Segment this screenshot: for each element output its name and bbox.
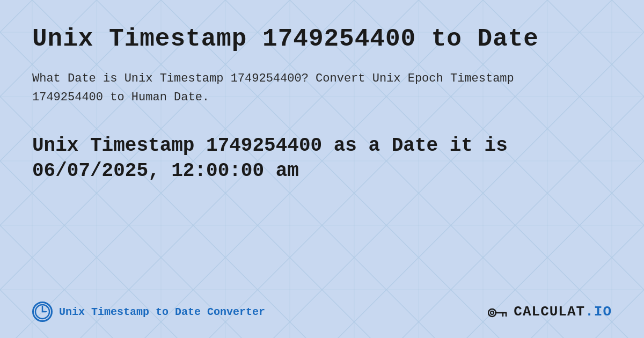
clock-icon	[32, 302, 53, 322]
result-line1: Unix Timestamp 1749254400 as a Date it i…	[32, 135, 508, 157]
svg-point-13	[491, 311, 494, 314]
page-description: What Date is Unix Timestamp 1749254400? …	[32, 69, 515, 107]
logo: CALCULAT.IO	[488, 303, 612, 320]
result-line2: 06/07/2025, 12:00:00 am	[32, 160, 299, 182]
logo-icon	[488, 303, 509, 320]
footer-link-text: Unix Timestamp to Date Converter	[59, 306, 265, 318]
logo-text: CALCULAT.IO	[514, 304, 612, 320]
result-display: Unix Timestamp 1749254400 as a Date it i…	[32, 134, 612, 184]
footer-link[interactable]: Unix Timestamp to Date Converter	[32, 302, 265, 322]
page-title: Unix Timestamp 1749254400 to Date	[32, 26, 612, 53]
svg-point-9	[35, 305, 49, 319]
